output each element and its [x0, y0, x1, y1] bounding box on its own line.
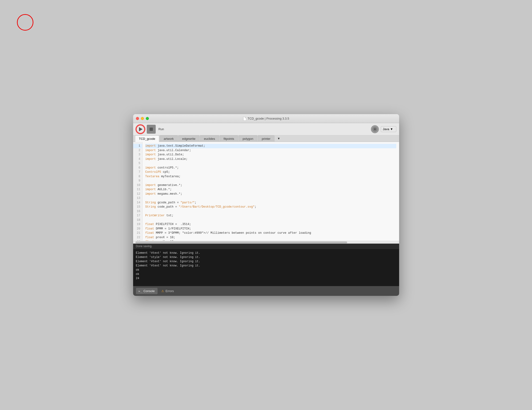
- bottom-bar: ▶_ Console ⚠ Errors: [133, 286, 399, 296]
- play-icon: [139, 127, 142, 131]
- window-title: TCD_gcode | Processing 3.3.5: [243, 117, 289, 120]
- console-area: Done saving. Element '#text' not know. I…: [133, 244, 399, 286]
- stop-icon: [150, 127, 153, 131]
- tab-tcd-gcode[interactable]: TCD_gcode: [135, 135, 159, 142]
- svg-text:⚙: ⚙: [374, 128, 376, 131]
- debug-button[interactable]: ⚙: [371, 125, 379, 133]
- file-icon: [243, 117, 246, 120]
- tabs-bar: TCD_gcode artwork edgewrite euclides fit…: [133, 135, 399, 142]
- traffic-lights: [136, 117, 149, 120]
- console-line: 24: [136, 276, 396, 281]
- title-text: TCD_gcode | Processing 3.3.5: [248, 117, 289, 120]
- console-header: Done saving.: [133, 244, 399, 249]
- tab-euclides[interactable]: euclides: [200, 135, 219, 142]
- toolbar-right: ⚙ Java ▼: [371, 125, 396, 133]
- errors-tab[interactable]: ⚠ Errors: [159, 288, 177, 294]
- horizontal-scrollbar[interactable]: [133, 241, 399, 244]
- console-line: Element '#text' not know. Ignoring it.: [136, 259, 396, 264]
- console-line: Element '#text' not know. Ignoring it.: [136, 264, 396, 268]
- console-tab-label: Console: [143, 289, 155, 293]
- code-content[interactable]: import java.text.SimpleDateFormat;import…: [142, 142, 399, 241]
- console-line: ok: [136, 268, 396, 272]
- console-content: Element '#text' not know. Ignoring it.El…: [133, 249, 399, 283]
- minimize-button[interactable]: [141, 117, 144, 120]
- tab-edgewrite[interactable]: edgewrite: [178, 135, 200, 142]
- tab-polygon[interactable]: polygon: [238, 135, 257, 142]
- debug-icon: ⚙: [372, 127, 377, 132]
- tab-printer[interactable]: printer: [258, 135, 275, 142]
- toolbar: Run ⚙ Java ▼: [133, 123, 399, 135]
- tab-artwork[interactable]: artwork: [160, 135, 178, 142]
- run-button[interactable]: [136, 125, 145, 134]
- warning-icon: ⚠: [161, 289, 164, 293]
- console-line: ok: [136, 272, 396, 276]
- title-bar: TCD_gcode | Processing 3.3.5: [133, 114, 399, 123]
- console-icon: ▶_: [139, 290, 142, 293]
- console-line: Element 'style' not know. Ignoring it.: [136, 255, 396, 259]
- java-label: Java ▼: [383, 127, 393, 131]
- java-dropdown[interactable]: Java ▼: [381, 126, 396, 132]
- maximize-button[interactable]: [146, 117, 149, 120]
- close-button[interactable]: [136, 117, 139, 120]
- stop-button[interactable]: [147, 125, 156, 134]
- tab-more-button[interactable]: ▼: [275, 135, 283, 142]
- code-editor[interactable]: 1234567891011121314151617181920212223242…: [133, 142, 399, 241]
- errors-tab-label: Errors: [166, 289, 174, 293]
- tab-fitpoints[interactable]: fitpoints: [220, 135, 238, 142]
- run-label: Run: [159, 127, 164, 131]
- main-window: TCD_gcode | Processing 3.3.5 Run ⚙ Java …: [133, 114, 399, 296]
- console-tab[interactable]: ▶_ Console: [136, 288, 158, 294]
- scrollbar-thumb[interactable]: [135, 242, 347, 243]
- line-numbers: 1234567891011121314151617181920212223242…: [133, 142, 142, 241]
- console-line: Element '#text' not know. Ignoring it.: [136, 251, 396, 255]
